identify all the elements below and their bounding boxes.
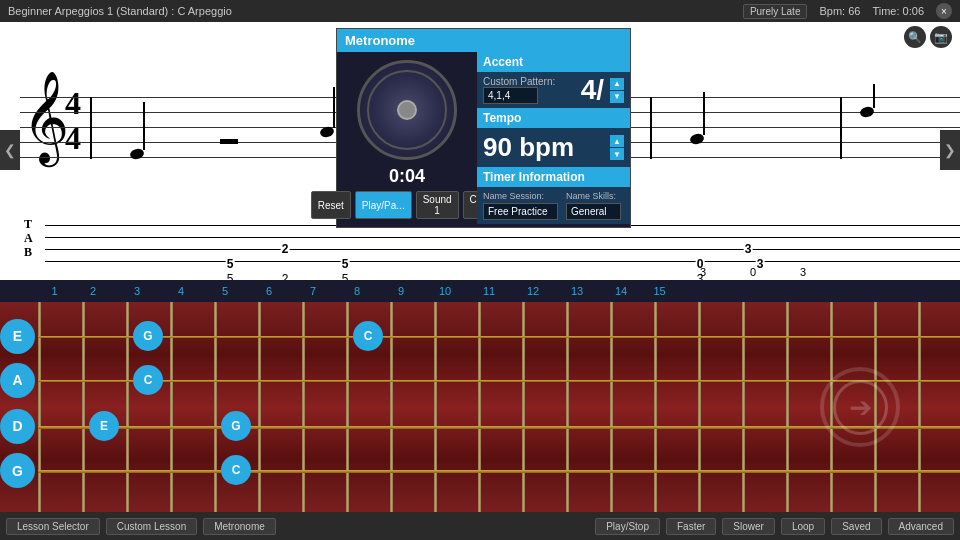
time-sig-top: 4	[65, 87, 81, 119]
beat-1: 5	[227, 272, 234, 280]
name-session-input[interactable]	[483, 203, 558, 220]
lesson-selector-btn[interactable]: Lesson Selector	[6, 518, 100, 535]
fret-line-8	[390, 302, 393, 512]
faster-btn[interactable]: Faster	[666, 518, 716, 535]
tab-line-3	[45, 249, 960, 250]
fret-line-2	[126, 302, 129, 512]
bpm-display: Bpm: 66	[819, 5, 860, 17]
name-session-label: Name Session:	[483, 191, 558, 201]
metro-sound-btn[interactable]: Sound 1	[416, 191, 459, 219]
fret-label-6: 6	[247, 285, 291, 297]
nav-arrow-right[interactable]: ❯	[940, 130, 960, 170]
custom-pattern-input[interactable]	[483, 87, 538, 104]
note-stem-2	[333, 87, 335, 128]
fret-line-12	[566, 302, 569, 512]
play-stop-btn[interactable]: Play/Stop	[595, 518, 660, 535]
string-b	[38, 380, 960, 382]
accent-header: Accent	[477, 52, 630, 72]
string-label-g: G	[0, 453, 35, 488]
fret-numbers-bar: 1 2 3 4 5 6 7 8 9 10 11 12 13 14 15	[0, 280, 960, 302]
beat-2: 2	[282, 272, 289, 280]
dot-e-3-g: G	[133, 321, 163, 351]
dot-e-8-c: C	[353, 321, 383, 351]
fret-line-20	[918, 302, 921, 512]
fret-line-16	[742, 302, 745, 512]
app-title: Beginner Arpeggios 1 (Standard) : C Arpe…	[8, 5, 232, 17]
top-right-icons: 🔍 📷	[904, 26, 952, 48]
fret-label-13: 13	[555, 285, 599, 297]
fret-line-15	[698, 302, 701, 512]
top-bar: Beginner Arpeggios 1 (Standard) : C Arpe…	[0, 0, 960, 22]
dot-a-3-c: C	[133, 365, 163, 395]
fret-line-10	[478, 302, 481, 512]
time-display: Time: 0:06	[872, 5, 924, 17]
string-label-a: A	[0, 363, 35, 398]
fret-line-1	[82, 302, 85, 512]
treble-clef: 𝄞	[22, 77, 69, 157]
fret-label-5: 5	[203, 285, 247, 297]
custom-pattern-label: Custom Pattern:	[483, 76, 555, 87]
tab-num-6: 3	[756, 257, 765, 271]
custom-lesson-btn[interactable]: Custom Lesson	[106, 518, 197, 535]
tab-num-3: 5	[341, 257, 350, 271]
dot-d-2-e: E	[89, 411, 119, 441]
dot-g-5-c: C	[221, 455, 251, 485]
fret-line-17	[786, 302, 789, 512]
nav-arrow-left[interactable]: ❮	[0, 130, 20, 170]
close-button[interactable]: ×	[936, 3, 952, 19]
metronome-panel: Metronome 0:04 Reset Play/Pa... Sound 1 …	[336, 28, 631, 228]
tab-num-5: 3	[744, 242, 753, 256]
tab-b: B	[24, 245, 32, 261]
tempo-display: 90 bpm	[483, 132, 610, 163]
arrow-right-circle-icon: ➔	[849, 391, 872, 424]
fret-label-12: 12	[511, 285, 555, 297]
bar-line-3	[650, 97, 652, 159]
fret-label-8: 8	[335, 285, 379, 297]
fret-line-3	[170, 302, 173, 512]
tab-line-2	[45, 237, 960, 238]
name-skills-input[interactable]	[566, 203, 621, 220]
fret-label-1: 1	[38, 285, 71, 297]
note-stem-4	[873, 84, 875, 108]
advanced-btn[interactable]: Advanced	[888, 518, 954, 535]
fretboard-area: 1 2 3 4 5 6 7 8 9 10 11 12 13 14 15	[0, 280, 960, 512]
slower-btn[interactable]: Slower	[722, 518, 775, 535]
string-e-high	[38, 336, 960, 338]
fret-label-2: 2	[71, 285, 115, 297]
tab-num-1: 5	[226, 257, 235, 271]
accent-down-btn[interactable]: ▼	[610, 91, 624, 103]
fret-label-14: 14	[599, 285, 643, 297]
camera-icon-btn[interactable]: 📷	[930, 26, 952, 48]
beat-3: 5	[342, 272, 349, 280]
fret-label-3: 3	[115, 285, 159, 297]
metro-play-btn[interactable]: Play/Pa...	[355, 191, 412, 219]
tempo-down-btn[interactable]: ▼	[610, 148, 624, 160]
fret-logo[interactable]: ➔	[820, 367, 900, 447]
tempo-up-btn[interactable]: ▲	[610, 135, 624, 147]
fret-num-0: 0	[750, 266, 756, 278]
fret-label-7: 7	[291, 285, 335, 297]
fret-line-0	[38, 302, 41, 512]
accent-up-btn[interactable]: ▲	[610, 78, 624, 90]
loop-btn[interactable]: Loop	[781, 518, 825, 535]
saved-btn[interactable]: Saved	[831, 518, 881, 535]
metro-reset-btn[interactable]: Reset	[311, 191, 351, 219]
metronome-btn[interactable]: Metronome	[203, 518, 276, 535]
metronome-header: Metronome	[337, 29, 630, 52]
purely-late-badge: Purely Late	[743, 4, 808, 19]
bottom-toolbar: Lesson Selector Custom Lesson Metronome …	[0, 512, 960, 540]
note-stem-1	[143, 102, 145, 150]
fret-line-11	[522, 302, 525, 512]
search-icon-btn[interactable]: 🔍	[904, 26, 926, 48]
accent-number: 4/	[581, 76, 604, 104]
tempo-header: Tempo	[477, 108, 630, 128]
string-label-e: E	[0, 319, 35, 354]
tab-num-2: 2	[281, 242, 290, 256]
string-d	[38, 470, 960, 473]
metro-timer: 0:04	[389, 166, 425, 187]
fret-num-3: 3	[700, 266, 706, 278]
fret-label-4: 4	[159, 285, 203, 297]
string-label-d: D	[0, 409, 35, 444]
note-stem-3	[703, 92, 705, 135]
metro-dial[interactable]	[357, 60, 457, 160]
